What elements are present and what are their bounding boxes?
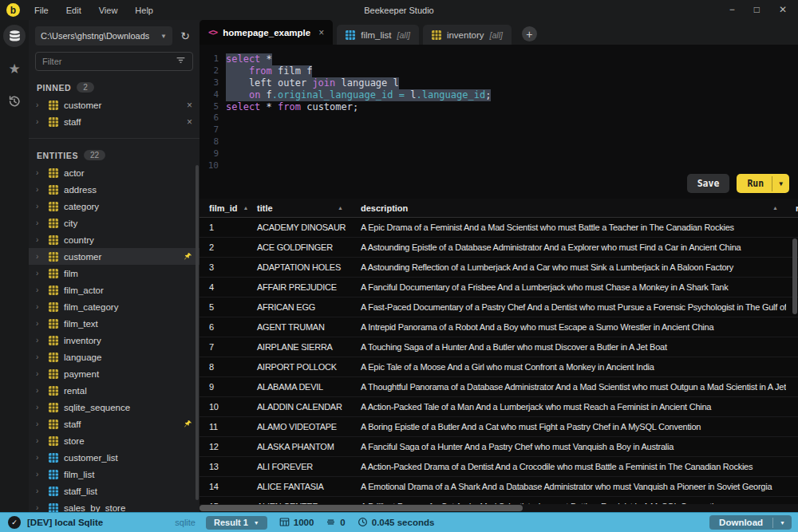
tab-film_list[interactable]: film_list[all]	[337, 25, 419, 45]
unpin-close-icon[interactable]: ×	[187, 100, 192, 111]
cell[interactable]: A Thoughtful Panorama of a Database Admi…	[351, 377, 786, 396]
entity-language[interactable]: ›language	[29, 349, 200, 365]
code-text[interactable]: from film f	[226, 65, 312, 77]
cell[interactable]: 14	[200, 477, 247, 496]
pin-icon[interactable]	[184, 420, 192, 428]
result-selector[interactable]: Result 1 ▼	[206, 516, 267, 530]
cell[interactable]: A Intrepid Panorama of a Robot And a Boy…	[351, 317, 786, 337]
column-header-film_id[interactable]: film_id▲	[200, 199, 247, 217]
chevron-right-icon[interactable]: ›	[36, 270, 43, 278]
cell[interactable]: 10	[200, 397, 247, 416]
cell[interactable]	[786, 377, 798, 396]
cell[interactable]: ALASKA PHANTOM	[247, 437, 351, 456]
entity-country[interactable]: ›country	[29, 231, 200, 248]
entity-film_category[interactable]: ›film_category	[29, 298, 200, 315]
table-row[interactable]: 1ACADEMY DINOSAURA Epic Drama of a Femin…	[200, 218, 798, 238]
table-row[interactable]: 10ALADDIN CALENDARA Action-Packed Tale o…	[200, 397, 798, 417]
new-tab-button[interactable]: +	[522, 26, 537, 41]
download-button[interactable]: Download ▼	[709, 515, 792, 530]
table-row[interactable]: 3ADAPTATION HOLESA Astounding Reflection…	[200, 258, 798, 278]
cell[interactable]: 5	[200, 298, 247, 317]
cell[interactable]: A Touching Saga of a Hunter And a Butler…	[351, 337, 786, 357]
cell[interactable]: ACADEMY DINOSAUR	[247, 218, 351, 237]
chevron-right-icon[interactable]: ›	[36, 236, 43, 244]
table-row[interactable]: 14ALICE FANTASIAA Emotional Drama of a A…	[200, 477, 798, 497]
entity-category[interactable]: ›category	[29, 198, 200, 215]
filter-input[interactable]	[42, 57, 176, 66]
grid-vertical-scrollbar[interactable]	[792, 238, 797, 314]
chevron-right-icon[interactable]: ›	[36, 286, 43, 294]
cell[interactable]: 15	[200, 497, 247, 504]
pinned-item-staff[interactable]: ›staff×	[29, 113, 200, 130]
entity-store[interactable]: ›store	[29, 432, 200, 449]
cell[interactable]: ALABAMA DEVIL	[247, 377, 351, 396]
code-text[interactable]: select *	[226, 53, 272, 65]
entity-film_text[interactable]: ›film_text	[29, 315, 200, 332]
cell[interactable]: A Fanciful Saga of a Hunter And a Pastry…	[351, 437, 786, 456]
cell[interactable]: ADAPTATION HOLES	[247, 258, 351, 277]
pinned-item-customer[interactable]: ›customer×	[29, 97, 200, 113]
cell[interactable]	[786, 218, 798, 237]
cell[interactable]	[786, 437, 798, 456]
chevron-right-icon[interactable]: ›	[36, 420, 43, 428]
grid-horizontal-scrollbar-track[interactable]	[200, 504, 798, 512]
chevron-right-icon[interactable]: ›	[36, 437, 43, 445]
chevron-right-icon[interactable]: ›	[36, 471, 43, 479]
cell[interactable]: A Fanciful Documentary of a Frisbee And …	[351, 278, 786, 297]
chevron-right-icon[interactable]: ›	[36, 203, 43, 211]
cell[interactable]: ACE GOLDFINGER	[247, 238, 351, 257]
cell[interactable]: 6	[200, 317, 247, 337]
chevron-right-icon[interactable]: ›	[36, 186, 43, 194]
chevron-right-icon[interactable]: ›	[36, 303, 43, 311]
cell[interactable]	[786, 477, 798, 496]
table-row[interactable]: 13ALI FOREVERA Action-Packed Drama of a …	[200, 457, 798, 477]
entity-customer_list[interactable]: ›customer_list	[29, 449, 200, 466]
cell[interactable]	[786, 497, 798, 504]
database-selector[interactable]: C:\Users\ghstng\Downloads ▼	[35, 26, 172, 45]
cell[interactable]: 8	[200, 357, 247, 376]
cell[interactable]: 1	[200, 218, 247, 237]
column-header-description[interactable]: description▲	[351, 199, 786, 217]
chevron-right-icon[interactable]: ›	[36, 169, 43, 177]
table-row[interactable]: 12ALASKA PHANTOMA Fanciful Saga of a Hun…	[200, 437, 798, 457]
sidebar-scrollbar[interactable]	[196, 165, 199, 500]
cell[interactable]	[786, 317, 798, 337]
entity-sales_by_store[interactable]: ›sales_by_store	[29, 499, 200, 512]
column-header-title[interactable]: title▲	[247, 199, 351, 217]
table-row[interactable]: 5AFRICAN EGGA Fast-Paced Documentary of …	[200, 298, 798, 317]
close-tab-icon[interactable]: ×	[318, 27, 324, 38]
entity-actor[interactable]: ›actor	[29, 164, 200, 181]
table-row[interactable]: 8AIRPORT POLLOCKA Epic Tale of a Moose A…	[200, 357, 798, 377]
cell[interactable]: 3	[200, 258, 247, 277]
chevron-right-icon[interactable]: ›	[36, 404, 43, 412]
tab-homepage_example[interactable]: <>homepage_example×	[200, 20, 333, 45]
cell[interactable]: AFFAIR PREJUDICE	[247, 278, 351, 297]
code-text[interactable]: on f.original_language_id = l.language_i…	[226, 89, 491, 101]
chevron-right-icon[interactable]: ›	[36, 219, 43, 227]
cell[interactable]: AGENT TRUMAN	[247, 317, 351, 337]
entity-city[interactable]: ›city	[29, 215, 200, 231]
entity-film_actor[interactable]: ›film_actor	[29, 282, 200, 298]
chevron-right-icon[interactable]: ›	[36, 253, 43, 261]
cell[interactable]: 7	[200, 337, 247, 357]
table-row[interactable]: 11ALAMO VIDEOTAPEA Boring Epistle of a B…	[200, 417, 798, 437]
chevron-right-icon[interactable]: ›	[36, 320, 43, 328]
pin-icon[interactable]	[184, 252, 192, 261]
cell[interactable]: A Action-Packed Drama of a Dentist And a…	[351, 457, 786, 476]
sql-editor[interactable]: 1select *2 from film f3 left outer join …	[200, 45, 798, 199]
download-caret-icon[interactable]: ▼	[772, 518, 792, 528]
entity-staff_list[interactable]: ›staff_list	[29, 483, 200, 499]
chevron-right-icon[interactable]: ›	[36, 487, 43, 495]
table-row[interactable]: 7AIRPLANE SIERRAA Touching Saga of a Hun…	[200, 337, 798, 357]
entity-rental[interactable]: ›rental	[29, 382, 200, 399]
column-header-r[interactable]: r	[786, 199, 798, 217]
entity-film_list[interactable]: ›film_list	[29, 466, 200, 483]
cell[interactable]: AIRPLANE SIERRA	[247, 337, 351, 357]
code-text[interactable]: select * from customer;	[226, 101, 358, 113]
filter-funnel-icon[interactable]	[176, 54, 186, 69]
cell[interactable]: A Emotional Drama of a A Shark And a Dat…	[351, 477, 786, 496]
refresh-icon[interactable]: ↻	[177, 30, 193, 42]
cell[interactable]	[786, 457, 798, 476]
entity-inventory[interactable]: ›inventory	[29, 332, 200, 349]
table-row[interactable]: 4AFFAIR PREJUDICEA Fanciful Documentary …	[200, 278, 798, 298]
